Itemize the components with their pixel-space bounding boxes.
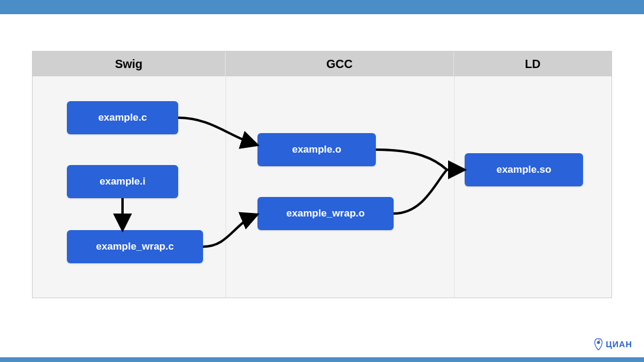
column-header-gcc: GCC [226, 51, 454, 76]
logo-text: ЦИАН [606, 340, 632, 349]
node-example-i: example.i [67, 165, 178, 198]
column-header-ld: LD [454, 51, 611, 76]
node-example-c: example.c [67, 101, 178, 134]
content-area: example.c example.i example_wrap.c examp… [33, 76, 611, 298]
header-row: Swig GCC LD [33, 51, 611, 76]
node-example-wrap-o: example_wrap.o [257, 197, 394, 230]
node-example-so: example.so [465, 153, 583, 186]
node-example-wrap-c: example_wrap.c [67, 230, 203, 263]
arrow-wrap-c-to-wrap-o [203, 215, 255, 247]
svg-point-0 [597, 341, 600, 344]
top-bar [0, 0, 644, 14]
column-divider [226, 76, 226, 298]
column-header-swig: Swig [33, 51, 226, 76]
column-divider [454, 76, 455, 298]
arrow-c-to-o [178, 118, 255, 144]
arrow-wrap-o-to-merge [394, 170, 447, 214]
node-example-o: example.o [257, 133, 376, 166]
logo: ЦИАН [594, 338, 632, 350]
arrow-o-to-merge [376, 150, 447, 170]
diagram-container: Swig GCC LD example.c example.i example_… [32, 51, 612, 298]
bottom-bar [0, 357, 644, 362]
location-pin-icon [594, 338, 603, 350]
